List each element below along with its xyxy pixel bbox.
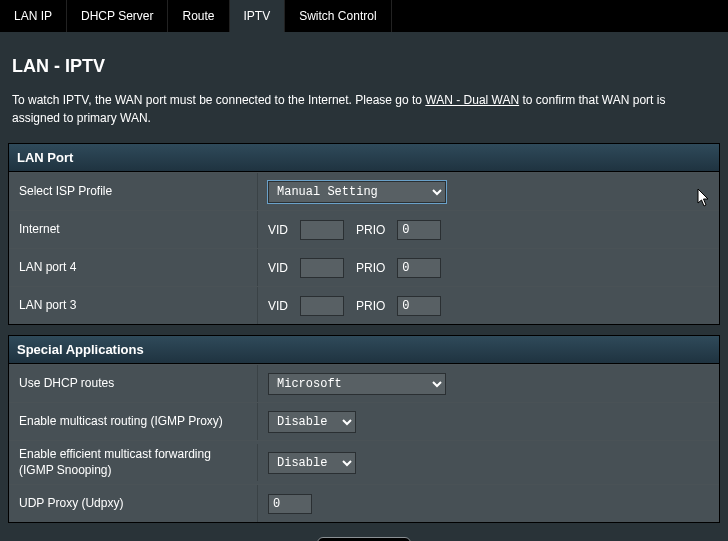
desc-pre: To watch IPTV, the WAN port must be conn… [12, 93, 425, 107]
row-dhcp-routes: Use DHCP routes Microsoft [9, 364, 719, 402]
tab-iptv[interactable]: IPTV [230, 0, 286, 32]
lan-port-4-label: LAN port 4 [9, 254, 257, 282]
tab-dhcp-server[interactable]: DHCP Server [67, 0, 168, 32]
page-title: LAN - IPTV [8, 38, 720, 91]
lan3-vid-input[interactable] [300, 296, 344, 316]
vid-label: VID [268, 223, 288, 237]
row-lan-port-3: LAN port 3 VID PRIO [9, 286, 719, 324]
row-internet: Internet VID PRIO [9, 210, 719, 248]
lan4-prio-input[interactable] [397, 258, 441, 278]
dhcp-routes-label: Use DHCP routes [9, 370, 257, 398]
special-apps-panel: Special Applications Use DHCP routes Mic… [8, 335, 720, 523]
lan-port-header: LAN Port [9, 144, 719, 172]
vid-label: VID [268, 299, 288, 313]
lan4-vid-input[interactable] [300, 258, 344, 278]
special-apps-header: Special Applications [9, 336, 719, 364]
wan-dual-wan-link[interactable]: WAN - Dual WAN [425, 93, 519, 107]
row-lan-port-4: LAN port 4 VID PRIO [9, 248, 719, 286]
lan-port-3-label: LAN port 3 [9, 292, 257, 320]
row-udpxy: UDP Proxy (Udpxy) [9, 484, 719, 522]
prio-label: PRIO [356, 261, 385, 275]
igmp-snoop-label: Enable efficient multicast forwarding (I… [9, 441, 257, 484]
igmp-snoop-select[interactable]: Disable [268, 452, 356, 474]
row-igmp-snooping: Enable efficient multicast forwarding (I… [9, 440, 719, 484]
internet-vid-input[interactable] [300, 220, 344, 240]
internet-prio-input[interactable] [397, 220, 441, 240]
igmp-proxy-select[interactable]: Disable [268, 411, 356, 433]
prio-label: PRIO [356, 299, 385, 313]
tab-lan-ip[interactable]: LAN IP [0, 0, 67, 32]
udpxy-label: UDP Proxy (Udpxy) [9, 490, 257, 518]
vid-label: VID [268, 261, 288, 275]
select-isp-label: Select ISP Profile [9, 178, 257, 206]
lan3-prio-input[interactable] [397, 296, 441, 316]
page-description: To watch IPTV, the WAN port must be conn… [8, 91, 720, 143]
prio-label: PRIO [356, 223, 385, 237]
row-select-isp: Select ISP Profile Manual Setting [9, 172, 719, 210]
select-isp-profile[interactable]: Manual Setting [268, 181, 446, 203]
tab-route[interactable]: Route [168, 0, 229, 32]
apply-wrap: Apply [8, 533, 720, 541]
tab-bar: LAN IP DHCP Server Route IPTV Switch Con… [0, 0, 728, 32]
apply-button[interactable]: Apply [317, 537, 411, 541]
internet-label: Internet [9, 216, 257, 244]
udpxy-input[interactable] [268, 494, 312, 514]
dhcp-routes-select[interactable]: Microsoft [268, 373, 446, 395]
row-igmp-proxy: Enable multicast routing (IGMP Proxy) Di… [9, 402, 719, 440]
tab-switch-control[interactable]: Switch Control [285, 0, 391, 32]
lan-port-panel: LAN Port Select ISP Profile Manual Setti… [8, 143, 720, 325]
igmp-proxy-label: Enable multicast routing (IGMP Proxy) [9, 408, 257, 436]
